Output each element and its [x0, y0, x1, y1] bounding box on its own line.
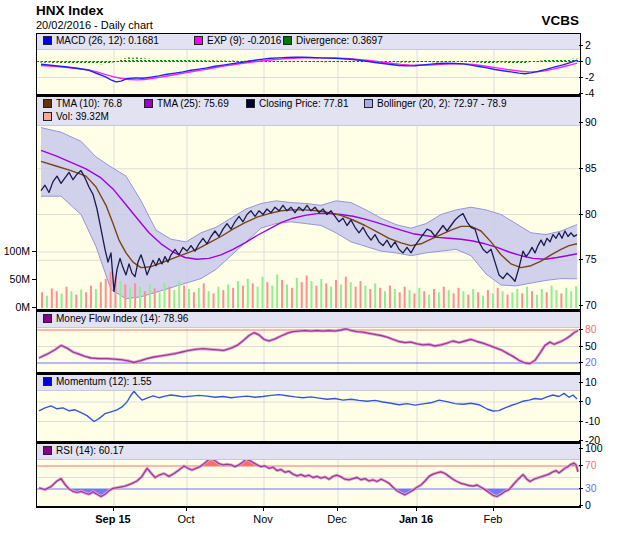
volume-bar	[487, 290, 489, 308]
legend-color-swatch	[43, 112, 52, 121]
volume-bar	[575, 286, 577, 308]
page-title: HNX Index	[36, 3, 104, 18]
legend-label: TMA (25): 75.69	[157, 98, 229, 109]
volume-bar	[286, 285, 288, 309]
volume-bar	[232, 288, 234, 308]
legend-color-swatch	[43, 446, 52, 455]
volume-bar	[105, 279, 107, 308]
volume-bar	[404, 287, 406, 308]
legend-label: Bollinger (20, 2): 72.97 - 78.9	[377, 98, 507, 109]
volume-bar	[100, 282, 102, 308]
volume-bar	[369, 289, 371, 308]
y-axis-tick	[579, 448, 583, 449]
rsi-panel: RSI (14): 60.17	[37, 444, 580, 506]
volume-bar	[320, 279, 322, 308]
volume-bar	[428, 295, 430, 308]
y-axis-label: 0	[585, 395, 591, 407]
volume-bar	[119, 281, 121, 308]
y-axis-label: 85	[585, 162, 597, 174]
volume-bar	[183, 286, 185, 308]
volume-bar	[262, 277, 264, 308]
volume-bar	[482, 296, 484, 308]
volume-bar	[80, 290, 82, 309]
volume-bar	[51, 288, 53, 308]
y-axis-tick	[579, 329, 583, 330]
volume-bar	[149, 285, 151, 309]
legend-item-price-0-2: Closing Price: 77.81	[246, 98, 349, 109]
legend-item-price-1-0: Vol: 39.32M	[43, 111, 109, 122]
y-axis-tick	[579, 259, 583, 260]
volume-bar	[154, 288, 156, 308]
x-axis-label: Oct	[158, 513, 214, 525]
legend-label: Divergence: 0.3697	[296, 35, 383, 46]
volume-bar	[311, 281, 313, 308]
y-axis-label: 20	[585, 356, 597, 368]
volume-bar	[467, 295, 469, 308]
legend-color-swatch	[364, 99, 373, 108]
volume-bar	[394, 289, 396, 308]
brand-logo: VCBS	[541, 13, 579, 28]
legend-color-swatch	[144, 99, 153, 108]
x-axis-tick	[493, 507, 494, 511]
volume-bar	[399, 292, 401, 308]
y-axis-label: 50	[585, 340, 597, 352]
volume-axis-label: 100M	[0, 245, 30, 257]
volume-bar	[242, 286, 244, 308]
volume-bar	[110, 272, 112, 308]
volume-bar	[188, 289, 190, 308]
y-axis-label: 100	[585, 442, 603, 454]
volume-bar	[374, 283, 376, 308]
panel-separator	[37, 372, 580, 375]
rsi-legend: RSI (14): 60.17	[37, 444, 580, 460]
y-axis-label: -2	[585, 71, 594, 83]
y-axis-label: -10	[585, 415, 600, 427]
y-axis-label: 90	[585, 116, 597, 128]
legend-label: Vol: 39.32M	[56, 111, 109, 122]
volume-bar	[315, 286, 317, 308]
volume-bar	[90, 286, 92, 308]
volume-bar	[193, 292, 195, 308]
volume-bar	[502, 291, 504, 308]
legend-item-macd-0-1: EXP (9): -0.2016	[194, 35, 281, 46]
volume-bar	[296, 278, 298, 308]
x-axis-tick	[416, 507, 417, 511]
volume-bar	[379, 288, 381, 308]
y-axis-tick	[579, 488, 583, 489]
x-axis-label: Nov	[235, 513, 291, 525]
volume-bar	[266, 282, 268, 308]
volume-bar	[418, 288, 420, 308]
volume-bar	[276, 274, 278, 308]
y-axis-label: 75	[585, 253, 597, 265]
volume-bar	[46, 296, 48, 308]
volume-bar	[213, 293, 215, 308]
volume-bar	[281, 280, 283, 308]
x-axis-label: Dec	[309, 513, 365, 525]
legend-label: RSI (14): 60.17	[56, 445, 124, 456]
panel-separator	[37, 309, 580, 312]
price-plot	[37, 97, 580, 309]
volume-bar	[453, 293, 455, 308]
volume-bar	[413, 293, 415, 308]
volume-axis-label: 0M	[0, 301, 30, 313]
volume-bar	[203, 283, 205, 308]
y-axis-tick	[579, 45, 583, 46]
volume-bar	[423, 291, 425, 308]
volume-bar	[85, 292, 87, 308]
volume-bar	[360, 281, 362, 308]
legend-label: Momentum (12): 1.55	[56, 376, 152, 387]
volume-bar	[443, 287, 445, 308]
volume-bar	[570, 291, 572, 308]
volume-bar	[448, 290, 450, 308]
volume-bar	[217, 287, 219, 308]
volume-bar	[95, 289, 97, 308]
volume-bar	[56, 291, 58, 308]
legend-color-swatch	[246, 99, 255, 108]
legend-item-macd-0-0: MACD (26, 12): 0.1681	[43, 35, 159, 46]
volume-bar	[75, 295, 77, 308]
x-axis-tick	[263, 507, 264, 511]
volume-bar	[70, 291, 72, 308]
volume-bar	[247, 279, 249, 308]
legend-color-swatch	[194, 36, 203, 45]
volume-bar	[178, 281, 180, 308]
volume-bar	[208, 291, 210, 308]
